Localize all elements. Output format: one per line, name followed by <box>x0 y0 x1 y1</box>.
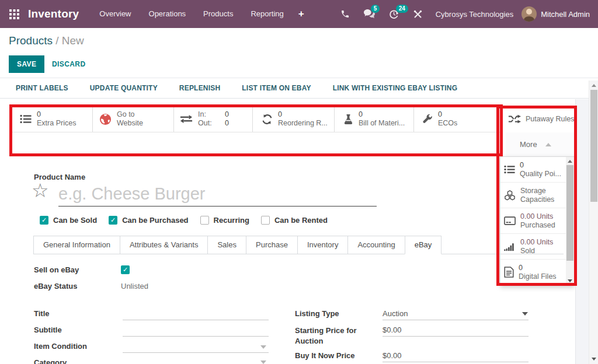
plus-icon[interactable]: + <box>293 0 310 28</box>
stat-line1: Go to <box>117 110 135 118</box>
print-labels-button[interactable]: PRINT LABELS <box>16 84 68 92</box>
ebay-status-value: Unlisted <box>121 282 148 290</box>
stat-value: 0 <box>359 110 363 118</box>
menu-units-sold[interactable]: 0.00 UnitsSold <box>500 234 574 260</box>
breadcrumb-separator: / <box>55 34 58 47</box>
menu-overview[interactable]: Overview <box>91 0 140 28</box>
scroll-up-icon <box>592 84 596 87</box>
menu-storage-capacities[interactable]: StorageCapacities <box>500 183 574 208</box>
category-select[interactable] <box>123 358 269 364</box>
item-condition-underline <box>123 352 269 353</box>
checkbox-can-be-sold[interactable]: ✓ Can be Sold <box>40 216 97 225</box>
navbar-systray: 5 24 Cybrosys Technologies Mitchell Admi… <box>333 6 590 22</box>
list-icon <box>504 164 515 174</box>
tab-general-information[interactable]: General Information <box>33 236 120 254</box>
menu-units-purchased[interactable]: 0.00 UnitsPurchased <box>500 208 574 234</box>
stat-label: Extra Prices <box>37 119 76 127</box>
chevron-down-icon[interactable] <box>522 312 528 316</box>
tab-attributes-variants[interactable]: Attributes & Variants <box>120 236 208 254</box>
link-existing-ebay-button[interactable]: LINK WITH EXISTING EBAY LISTING <box>333 84 458 92</box>
tab-accounting[interactable]: Accounting <box>347 236 405 254</box>
checkbox-can-be-rented[interactable]: Can be Rented <box>261 216 328 225</box>
save-button[interactable]: SAVE <box>9 55 44 73</box>
sell-on-ebay-checkbox[interactable]: ✓ <box>121 265 130 274</box>
more-dropdown-menu: 0Quality Poi... StorageCapacities 0.00 U… <box>500 156 575 286</box>
item-label: Purchased <box>520 221 555 229</box>
tab-ebay[interactable]: eBay <box>405 236 442 254</box>
stat-go-to-website[interactable]: Go toWebsite <box>99 106 143 132</box>
checkbox-checked-icon: ✓ <box>40 216 48 225</box>
stat-separator <box>173 106 174 132</box>
listing-type-label: Listing Type <box>295 309 339 318</box>
menu-digital-files[interactable]: 0Digital Files <box>500 260 574 285</box>
stat-in-out[interactable]: In:0 Out:0 <box>180 106 229 132</box>
user-name[interactable]: Mitchell Admin <box>541 10 590 19</box>
item-condition-label: Item Condition <box>34 342 87 351</box>
checkbox-recurring[interactable]: Recurring <box>200 216 249 225</box>
item-value: 0.00 Units <box>520 212 553 220</box>
activity-clock-icon[interactable]: 24 <box>389 9 399 19</box>
file-icon <box>504 267 514 278</box>
messages-badge: 5 <box>371 5 380 13</box>
item-label: Quality Poi... <box>520 170 561 178</box>
page-scrollbar[interactable] <box>589 80 598 364</box>
list-item-on-ebay-button[interactable]: LIST ITEM ON EBAY <box>242 84 311 92</box>
arrows-in-out-icon <box>180 114 193 124</box>
title-input[interactable] <box>123 309 269 320</box>
more-label: More <box>520 140 537 149</box>
chevron-down-icon[interactable] <box>260 345 266 349</box>
listing-type-select[interactable]: Auction <box>383 309 408 318</box>
stat-ecos[interactable]: 0ECOs <box>422 106 457 132</box>
scroll-down-icon <box>592 358 596 360</box>
putaway-rules-button[interactable]: Putaway Rules <box>506 106 575 132</box>
starting-price-input[interactable]: $0.00 <box>383 326 402 334</box>
tab-inventory[interactable]: Inventory <box>297 236 348 254</box>
stat-reordering-rules[interactable]: 0Reordering R... <box>262 106 328 132</box>
user-avatar[interactable] <box>521 6 537 22</box>
chevron-down-icon[interactable] <box>260 360 266 364</box>
starting-price-label: Starting Price for Auction <box>295 326 371 346</box>
phone-icon[interactable] <box>340 9 350 19</box>
list-icon <box>20 114 32 124</box>
globe-icon <box>99 113 112 125</box>
company-name[interactable]: Cybrosys Technologies <box>436 10 513 19</box>
breadcrumb-products-link[interactable]: Products <box>9 34 53 47</box>
stat-in-value: 0 <box>225 110 229 119</box>
stat-label: ECOs <box>438 119 457 127</box>
menu-reporting[interactable]: Reporting <box>242 0 292 28</box>
title-label: Title <box>34 309 50 318</box>
menu-operations[interactable]: Operations <box>140 0 195 28</box>
apps-grid-icon[interactable] <box>9 9 19 19</box>
more-dropdown-toggle[interactable]: More <box>506 132 575 156</box>
tab-sales[interactable]: Sales <box>207 236 246 254</box>
menu-quality-points[interactable]: 0Quality Poi... <box>500 157 574 183</box>
scrollbar-thumb <box>566 165 573 261</box>
buy-it-now-input[interactable]: $0.00 <box>383 351 402 360</box>
replenish-button[interactable]: REPLENISH <box>179 84 220 92</box>
item-condition-select[interactable] <box>123 342 269 352</box>
menu-products[interactable]: Products <box>194 0 242 28</box>
stat-extra-prices[interactable]: 0Extra Prices <box>20 106 76 132</box>
favorite-star-icon[interactable]: ☆ <box>32 181 49 200</box>
action-toolbar: PRINT LABELS UPDATE QUANTITY REPLENISH L… <box>0 78 598 99</box>
subtitle-input[interactable] <box>123 326 269 336</box>
cubes-icon <box>504 190 516 201</box>
discard-button[interactable]: DISCARD <box>52 60 85 68</box>
tab-purchase[interactable]: Purchase <box>246 236 298 254</box>
activity-badge: 24 <box>396 5 408 13</box>
subtitle-label: Subtitle <box>34 326 62 334</box>
checkbox-can-be-purchased[interactable]: ✓ Can be Purchased <box>109 216 188 225</box>
item-value: 0 <box>520 161 524 169</box>
subtitle-underline <box>123 336 269 337</box>
product-name-input[interactable]: e.g. Cheese Burger <box>58 184 205 204</box>
ebay-status-label: eBay Status <box>34 282 77 290</box>
stat-bill-of-materials[interactable]: 0Bill of Materi... <box>343 106 405 132</box>
update-quantity-button[interactable]: UPDATE QUANTITY <box>90 84 158 92</box>
dropdown-scrollbar[interactable] <box>566 157 574 285</box>
credit-card-icon <box>504 216 516 225</box>
tools-icon[interactable] <box>413 9 423 19</box>
messages-icon[interactable]: 5 <box>364 9 375 19</box>
app-title[interactable]: Inventory <box>28 8 79 20</box>
item-line1: Storage <box>520 187 546 195</box>
sheet-right-margin <box>575 99 589 364</box>
